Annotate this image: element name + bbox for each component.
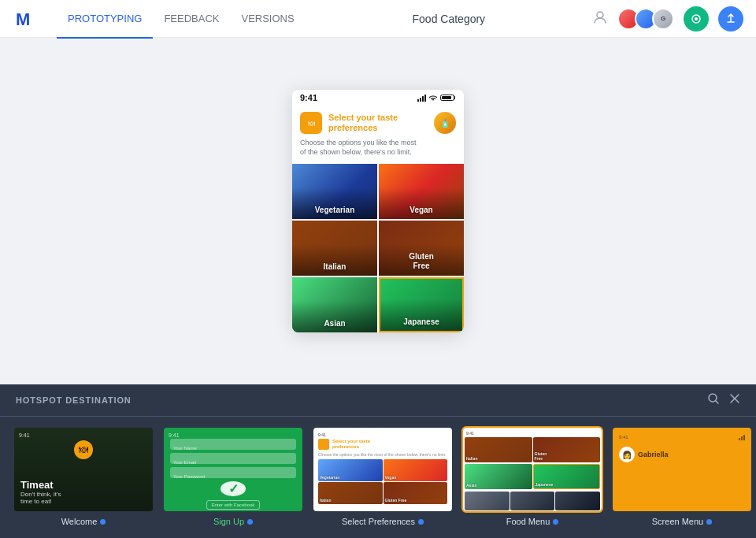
screen-thumb-screen-menu[interactable]: 9:41 👩 Gabriella [611,426,753,513]
screen-item-welcome: 9:41 🍽 Timeat Don't think, it'stime to e… [13,426,154,529]
tab-versions[interactable]: VERSIONS [230,1,305,39]
preferences-thumb-content: 9:41 Select your tastepreferences Choose… [313,428,452,511]
avatar-group: G [617,8,674,30]
phone-header: 🍽 Select your tastepreferences 🧴 [292,106,464,137]
main-canvas: 9:41 [0,38,756,384]
signup-label-row: Sign Up [213,517,253,526]
food-cell-italian[interactable]: Italian [292,221,377,276]
phone-mockup: 9:41 [292,90,464,332]
phone-status-bar: 9:41 [292,90,464,106]
food-menu-dot [553,519,558,525]
preferences-screen-label: Select Preferences [342,517,415,526]
screen-item-signup: 9:41 Your Name Your Email Your Password … [162,426,304,529]
screen-item-screen-menu: 9:41 👩 Gabriella [611,426,753,529]
food-menu-thumb-content: 9:41 Italian GlutenFree Asian [463,428,602,511]
signup-email-mock: Your Email [170,453,296,464]
food-menu-screen-label: Food Menu [506,517,550,526]
panel-close-button[interactable] [729,393,740,407]
avatar-3: G [652,8,674,30]
welcome-title: Timeat [20,479,146,491]
status-icons [417,94,456,102]
screen-thumb-preferences[interactable]: 9:41 Select your tastepreferences Choose… [312,426,454,513]
japanese-label: Japanese [380,317,462,326]
gluten-free-label: GlutenFree [379,252,464,271]
preferences-dot [418,519,424,525]
signup-screen-label: Sign Up [213,517,244,526]
wifi-icon [428,94,438,102]
nav-right: G [592,6,743,32]
header-title: Select your tastepreferences [328,113,398,133]
screens-row: 9:41 🍽 Timeat Don't think, it'stime to e… [0,417,756,538]
screen-thumb-food-menu[interactable]: 9:41 Italian GlutenFree Asian [461,426,603,513]
panel-search-button[interactable] [707,392,720,408]
signal-icon [417,94,426,102]
screen-item-food-menu: 9:41 Italian GlutenFree Asian [461,426,603,529]
panel-icons [707,392,740,408]
svg-point-2 [597,12,603,18]
nav-center: Food Category [306,13,592,25]
welcome-screen-label: Welcome [61,517,98,526]
food-cell-gluten-free[interactable]: GlutenFree [379,221,464,276]
screen-menu-label-row: Screen Menu [652,517,712,526]
food-cell-vegetarian[interactable]: Vegetarian [292,164,377,219]
welcome-label-row: Welcome [61,517,106,526]
asian-label: Asian [292,319,377,328]
tab-feedback[interactable]: FEEDBACK [153,1,230,39]
welcome-dot [100,519,106,525]
screen-thumb-signup[interactable]: 9:41 Your Name Your Email Your Password … [162,426,304,513]
signup-password-mock: Your Password [170,467,296,478]
screen-item-select-preferences: 9:41 Select your tastepreferences Choose… [312,426,454,529]
panel-header: HOTSPOT DESTINATION [0,384,756,417]
vegan-label: Vegan [379,206,464,214]
svg-rect-6 [442,96,451,99]
header-avatar: 🧴 [434,112,456,134]
vegetarian-label: Vegetarian [292,206,377,214]
app-logo[interactable]: M [13,6,38,32]
preferences-label-row: Select Preferences [342,517,424,526]
food-app-icon: 🍽 [300,112,322,134]
food-menu-label-row: Food Menu [506,517,559,526]
food-cell-asian[interactable]: Asian [292,277,377,332]
svg-text:🍽: 🍽 [308,120,315,128]
screen-menu-thumb-content: 9:41 👩 Gabriella [613,428,751,511]
svg-text:M: M [16,9,30,29]
hotspot-label: HOTSPOT DESTINATION [16,395,132,405]
food-grid: Vegetarian Vegan Italian GlutenFree Asia [292,164,464,332]
preview-button[interactable] [684,6,709,32]
battery-icon [440,94,456,102]
top-navigation: M PROTOTYPING FEEDBACK VERSIONS Food Cat… [0,0,756,38]
food-cell-japanese[interactable]: Japanese [379,277,464,332]
welcome-subtitle: Don't think, it'stime to eat! [20,491,146,505]
food-cell-vegan[interactable]: Vegan [379,164,464,219]
svg-point-4 [695,17,698,20]
signup-check-icon: ✓ [220,481,246,496]
page-title: Food Category [413,13,486,25]
bottom-panel: HOTSPOT DESTINATION 9:41 [0,384,756,538]
phone-subtitle: Choose the options you like the mostof t… [292,137,464,163]
nav-tabs: PROTOTYPING FEEDBACK VERSIONS [57,0,306,38]
italian-label: Italian [292,262,377,271]
screen-thumb-welcome[interactable]: 9:41 🍽 Timeat Don't think, it'stime to e… [13,426,154,513]
header-text: Select your tastepreferences [328,113,398,133]
tab-prototyping[interactable]: PROTOTYPING [57,1,153,39]
status-time: 9:41 [300,93,317,102]
user-icon-button[interactable] [592,9,608,28]
share-button[interactable] [718,6,743,32]
screen-menu-screen-label: Screen Menu [652,517,703,526]
signup-dot [247,519,253,525]
screen-menu-dot [706,519,712,525]
signup-name-mock: Your Name [170,439,296,450]
